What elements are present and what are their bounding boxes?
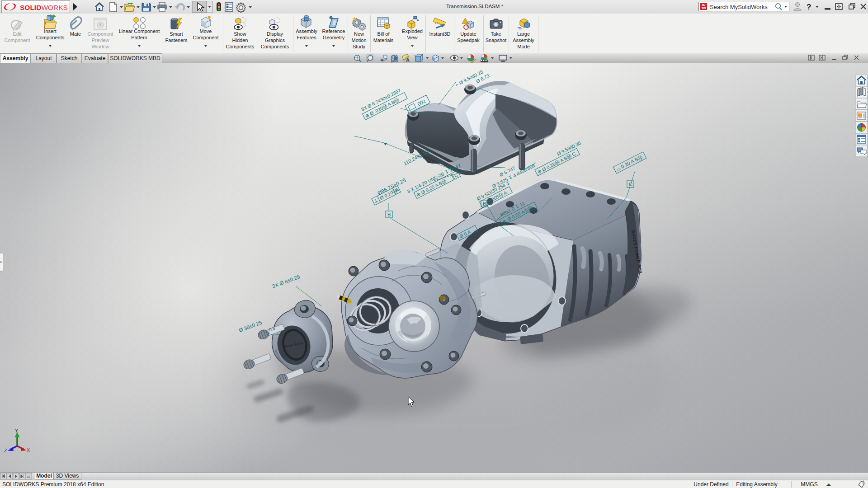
svg-text:A: A bbox=[406, 57, 410, 63]
svg-text:?: ? bbox=[807, 3, 811, 11]
svg-text:Z: Z bbox=[4, 448, 7, 453]
svg-text:C: C bbox=[629, 182, 632, 187]
svg-text:B: B bbox=[387, 212, 391, 217]
svg-text:SOLIDWORKS: SOLIDWORKS bbox=[20, 4, 68, 11]
svg-text:B: B bbox=[483, 201, 486, 206]
svg-text:X: X bbox=[27, 447, 30, 453]
svg-text:Y: Y bbox=[15, 428, 19, 433]
svg-text:!: ! bbox=[464, 19, 466, 23]
